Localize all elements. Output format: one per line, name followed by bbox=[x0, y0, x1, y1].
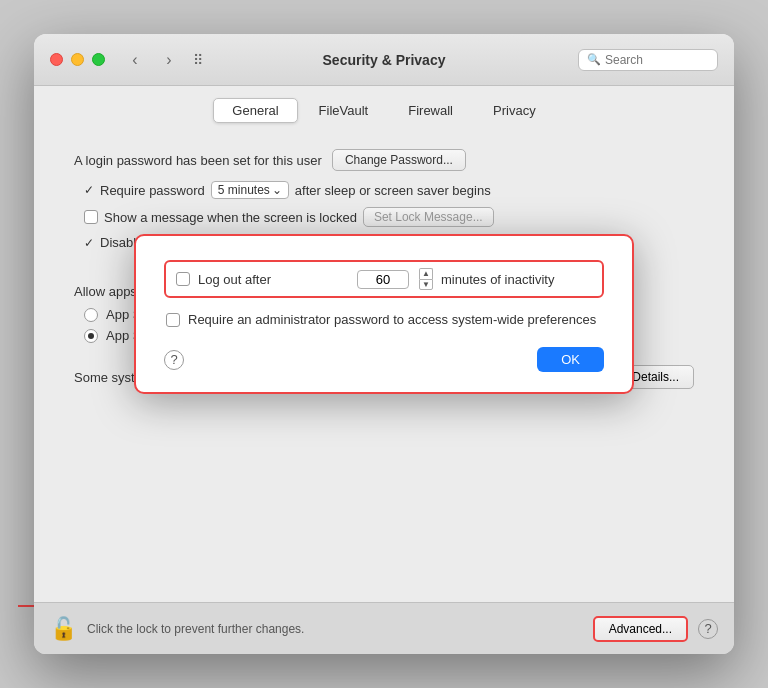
lock-text: Click the lock to prevent further change… bbox=[87, 622, 304, 636]
modal-help-button[interactable]: ? bbox=[164, 350, 184, 370]
bottom-right: Advanced... ? bbox=[593, 616, 718, 642]
logout-checkbox[interactable] bbox=[176, 272, 190, 286]
logout-stepper[interactable]: ▲ ▼ bbox=[419, 268, 433, 290]
bottom-bar: 🔓 Click the lock to prevent further chan… bbox=[34, 602, 734, 654]
advanced-button[interactable]: Advanced... bbox=[593, 616, 688, 642]
modal-dialog: Log out after 60 ▲ ▼ minutes of inactivi… bbox=[134, 234, 634, 394]
modal-overlay: Log out after 60 ▲ ▼ minutes of inactivi… bbox=[34, 34, 734, 594]
logout-label: Log out after bbox=[198, 272, 349, 287]
modal-footer: ? OK bbox=[164, 347, 604, 372]
security-privacy-window: ‹ › ⠿ Security & Privacy 🔍 General FileV… bbox=[34, 34, 734, 654]
stepper-down[interactable]: ▼ bbox=[419, 279, 433, 290]
admin-password-checkbox[interactable] bbox=[166, 313, 180, 327]
logout-suffix: minutes of inactivity bbox=[441, 272, 592, 287]
stepper-up[interactable]: ▲ bbox=[419, 268, 433, 279]
bottom-help-button[interactable]: ? bbox=[698, 619, 718, 639]
admin-password-label: Require an administrator password to acc… bbox=[188, 312, 604, 327]
logout-row: Log out after 60 ▲ ▼ minutes of inactivi… bbox=[164, 260, 604, 298]
logout-value[interactable]: 60 bbox=[357, 270, 409, 289]
lock-icon[interactable]: 🔓 bbox=[50, 616, 77, 642]
modal-ok-button[interactable]: OK bbox=[537, 347, 604, 372]
admin-password-row: Require an administrator password to acc… bbox=[164, 312, 604, 327]
